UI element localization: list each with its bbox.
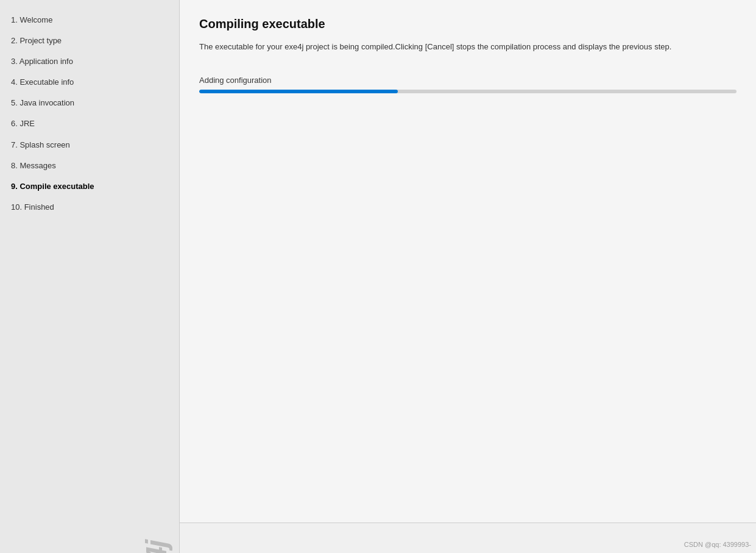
page-title: Compiling executable (199, 17, 737, 31)
bottom-bar: CSDN @qq: 4399993- (180, 523, 756, 553)
sidebar-step[interactable]: 2. Project type (6, 30, 173, 51)
sidebar: 1. Welcome2. Project type3. Application … (0, 0, 180, 553)
sidebar-step[interactable]: 9. Compile executable (6, 176, 173, 197)
progress-label: Adding configuration (199, 76, 737, 85)
sidebar-step[interactable]: 8. Messages (6, 155, 173, 176)
progress-section: Adding configuration (199, 76, 737, 93)
watermark-text: CSDN @qq: 4399993- (684, 541, 751, 548)
sidebar-step[interactable]: 10. Finished (6, 197, 173, 218)
sidebar-step[interactable]: 4. Executable info (6, 72, 173, 93)
sidebar-step[interactable]: 6. JRE (6, 113, 173, 134)
sidebar-watermark: exe4j (140, 541, 173, 553)
sidebar-step[interactable]: 3. Application info (6, 51, 173, 72)
main-content: Compiling executable The executable for … (180, 0, 756, 553)
description: The executable for your exe4j project is… (199, 41, 737, 54)
sidebar-step[interactable]: 1. Welcome (6, 10, 173, 30)
progress-bar-fill (199, 90, 398, 93)
progress-bar-container (199, 90, 737, 93)
sidebar-step[interactable]: 7. Splash screen (6, 135, 173, 155)
sidebar-steps: 1. Welcome2. Project type3. Application … (0, 0, 179, 553)
sidebar-step[interactable]: 5. Java invocation (6, 93, 173, 113)
content-area: Compiling executable The executable for … (180, 0, 756, 523)
